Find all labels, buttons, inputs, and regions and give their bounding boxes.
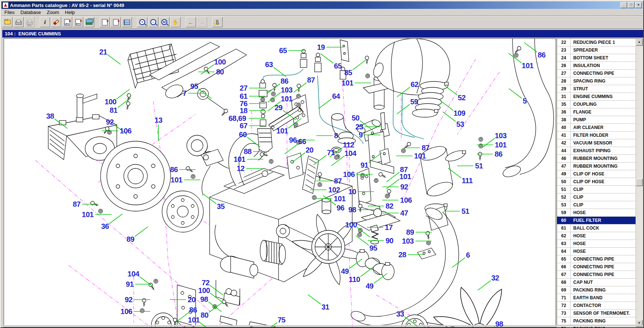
callout-number[interactable]: 9	[359, 131, 363, 139]
callout-number[interactable]: 101	[522, 62, 533, 69]
scrollbar-thumb[interactable]	[636, 179, 643, 186]
table-row[interactable]: 22REDUCING PIECE 1	[557, 39, 636, 46]
callout-number[interactable]: 101	[188, 316, 200, 324]
table-row[interactable]: 75PACKING RING	[557, 317, 636, 325]
menu-database[interactable]: Database	[17, 9, 44, 15]
callout-number[interactable]: 103	[495, 132, 507, 139]
title-bar[interactable]: Ammann Parts catalogue : AV 85-2 - seria…	[1, 1, 643, 9]
callout-number[interactable]: 52	[458, 94, 465, 101]
table-row[interactable]: 28SPACING RING	[557, 77, 636, 85]
callout-number[interactable]: 109	[454, 109, 465, 117]
callout-number[interactable]: 101	[82, 211, 94, 218]
open-button[interactable]	[2, 17, 13, 27]
table-row[interactable]: 68CAP NUT	[557, 279, 636, 286]
callout-number[interactable]: 98	[200, 296, 208, 303]
parts-list-scrollbar[interactable]: ▲ ▼	[636, 39, 642, 327]
table-row[interactable]: 38PUMP	[557, 116, 636, 124]
table-row[interactable]: 73SENSOR OF THERMOMET.	[557, 310, 636, 317]
close-button[interactable]: ×	[635, 2, 642, 8]
callout-number[interactable]: 106	[120, 127, 132, 135]
table-row[interactable]: 61BALL COCK	[557, 224, 636, 232]
callout-number[interactable]: 100	[345, 221, 357, 228]
table-row[interactable]: 40AIR CLEANER	[557, 124, 636, 132]
callout-number[interactable]: 38	[46, 112, 54, 120]
print-button[interactable]	[13, 17, 24, 27]
callout-number[interactable]: 10	[348, 188, 356, 195]
callout-number[interactable]: 21	[99, 48, 107, 56]
table-row[interactable]: 53CLIP	[557, 201, 636, 209]
table-row[interactable]: 44EXHAUST PIPING	[557, 147, 636, 155]
callout-number[interactable]: 31	[321, 303, 329, 311]
callout-number[interactable]: 92	[125, 296, 132, 303]
callout-number[interactable]: 65	[279, 47, 287, 54]
callout-number[interactable]: 61	[239, 93, 247, 100]
callout-number[interactable]: 13	[154, 116, 162, 124]
callout-number[interactable]: 106	[400, 196, 412, 204]
callout-number[interactable]: 66	[298, 138, 306, 145]
callout-number[interactable]: 81	[109, 107, 117, 114]
callout-number[interactable]: 29	[274, 104, 282, 111]
callout-number[interactable]: 6	[466, 251, 470, 259]
callout-number[interactable]: 23	[355, 123, 363, 130]
zoom-mode-button[interactable]: M	[159, 17, 169, 27]
callout-number[interactable]: 101	[399, 173, 411, 180]
callout-number[interactable]: 101	[276, 127, 288, 135]
callout-number[interactable]: 104	[344, 150, 356, 157]
export-rtf-button[interactable]: RTF	[73, 17, 83, 27]
callout-number[interactable]: 89	[126, 235, 134, 243]
callout-number[interactable]: 62	[410, 81, 418, 88]
menu-files[interactable]: Files	[1, 9, 17, 15]
callout-number[interactable]: 49	[341, 268, 349, 275]
callout-number[interactable]: 88	[244, 148, 251, 155]
back-button[interactable]: ←	[186, 17, 196, 27]
table-row[interactable]: 50CLIP OF HOSE	[557, 178, 636, 186]
callout-number[interactable]: 92	[400, 183, 408, 191]
callout-number[interactable]: 68,69	[228, 115, 246, 122]
table-row[interactable]: 49CLIP OF HOSE	[557, 170, 636, 178]
callout-number[interactable]: 65	[334, 62, 342, 70]
callout-number[interactable]: 18	[239, 107, 247, 114]
callout-number[interactable]: 111	[462, 177, 473, 184]
callout-number[interactable]: 20	[188, 296, 195, 303]
export-page-button[interactable]	[111, 17, 121, 27]
callout-number[interactable]: 101	[495, 141, 507, 149]
menu-help[interactable]: Help	[62, 9, 78, 15]
callout-number[interactable]: 91	[360, 161, 368, 169]
callout-number[interactable]: 95	[190, 83, 198, 90]
callout-number[interactable]: 86	[538, 51, 545, 59]
table-row[interactable]: 52CLIP	[557, 193, 636, 201]
callout-number[interactable]: 96	[289, 136, 297, 144]
callout-number[interactable]: 91	[126, 280, 133, 288]
pointer-1-button[interactable]: 1	[212, 17, 223, 27]
table-row[interactable]: 62HOSE	[557, 232, 636, 240]
callout-number[interactable]: 67	[239, 122, 247, 129]
table-row[interactable]: 72CONTACTOR	[557, 302, 636, 310]
maximize-button[interactable]: □	[628, 2, 634, 8]
menu-zoom[interactable]: Zoom	[44, 9, 62, 15]
diagram-canvas[interactable]: 2110080957100813892106138610187101363589…	[4, 38, 556, 327]
table-row[interactable]: 23SPREADER	[557, 46, 636, 54]
table-row[interactable]: 46RUBBER MOUNTING	[557, 155, 636, 163]
callout-number[interactable]: 101	[171, 176, 182, 184]
callout-number[interactable]: 103	[281, 86, 293, 94]
callout-number[interactable]: 60	[239, 131, 246, 138]
table-row[interactable]: 42VACUUM SENSOR	[557, 139, 636, 147]
callout-number[interactable]: 12	[237, 165, 244, 172]
callout-number[interactable]: 85	[344, 69, 352, 76]
callout-number[interactable]: 82	[385, 202, 393, 210]
callout-number[interactable]: 100	[214, 58, 226, 66]
callout-number[interactable]: 87	[73, 200, 80, 208]
callout-number[interactable]: 20	[305, 146, 313, 154]
callout-number[interactable]: 72	[202, 279, 209, 286]
callout-number[interactable]: 51	[461, 207, 469, 215]
callout-number[interactable]: 101	[334, 195, 346, 202]
callout-number[interactable]: 104	[127, 270, 139, 278]
callout-number[interactable]: 102	[328, 186, 340, 193]
table-row[interactable]: 26INSULATION	[557, 62, 636, 70]
callout-number[interactable]: 17	[385, 224, 392, 231]
callout-number[interactable]: 110	[349, 276, 360, 283]
callout-number[interactable]: 47	[400, 209, 408, 217]
table-row[interactable]: 47RUBBER MOUNTING	[557, 163, 636, 170]
callout-number[interactable]: 35	[217, 203, 224, 210]
callout-number[interactable]: 101	[342, 79, 353, 87]
